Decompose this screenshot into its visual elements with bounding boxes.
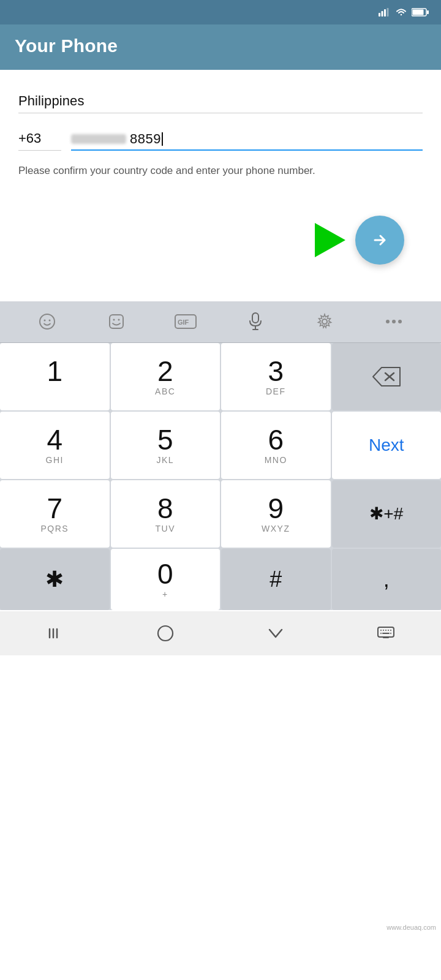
next-fab-button[interactable] bbox=[355, 216, 404, 265]
home-button[interactable] bbox=[147, 615, 184, 652]
numpad: 1 2 ABC 3 DEF 4 GHI 5 JKL 6 bbox=[0, 343, 441, 610]
back-icon bbox=[46, 624, 64, 643]
key-5[interactable]: 5 JKL bbox=[111, 412, 221, 479]
recent-icon bbox=[267, 627, 284, 639]
country-underline bbox=[18, 113, 423, 113]
key-1[interactable]: 1 bbox=[0, 343, 110, 410]
keyboard-toggle-button[interactable] bbox=[368, 615, 404, 652]
battery-icon bbox=[412, 8, 429, 17]
numpad-row-3: 7 PQRS 8 TUV 9 WXYZ ✱+# bbox=[0, 480, 441, 548]
svg-rect-27 bbox=[158, 626, 173, 641]
phone-input-wrapper[interactable]: 8859 bbox=[71, 131, 423, 151]
special-label: ✱+# bbox=[369, 503, 403, 524]
home-icon bbox=[157, 625, 174, 642]
phone-blurred-part bbox=[71, 134, 126, 144]
key-2[interactable]: 2 ABC bbox=[111, 343, 221, 410]
svg-point-7 bbox=[40, 314, 55, 329]
svg-text:GIF: GIF bbox=[178, 318, 189, 326]
key-next[interactable]: Next bbox=[332, 412, 442, 479]
svg-point-12 bbox=[118, 319, 119, 321]
svg-rect-2 bbox=[384, 9, 386, 17]
numpad-row-4: ✱ 0 + # , bbox=[0, 549, 441, 610]
key-star-plus-hash[interactable]: ✱+# bbox=[332, 480, 442, 548]
key-delete[interactable] bbox=[332, 343, 442, 410]
country-code[interactable]: +63 bbox=[18, 130, 61, 151]
main-content: Philippines +63 8859 Please confirm your… bbox=[0, 70, 441, 301]
svg-rect-5 bbox=[413, 10, 424, 15]
phone-row: +63 8859 bbox=[18, 130, 423, 151]
status-icons bbox=[379, 8, 429, 17]
header: Your Phone bbox=[0, 24, 441, 70]
gif-icon[interactable]: GIF bbox=[171, 307, 200, 336]
phone-visible-part: 8859 bbox=[130, 131, 161, 147]
key-star[interactable]: ✱ bbox=[0, 549, 110, 610]
svg-rect-0 bbox=[379, 13, 380, 17]
key-9[interactable]: 9 WXYZ bbox=[221, 480, 331, 548]
country-value[interactable]: Philippines bbox=[18, 88, 423, 113]
key-4[interactable]: 4 GHI bbox=[0, 412, 110, 479]
nav-bar bbox=[0, 611, 441, 655]
text-cursor bbox=[162, 132, 163, 146]
arrow-right-icon bbox=[369, 229, 391, 251]
fab-area bbox=[18, 179, 423, 301]
next-label: Next bbox=[369, 435, 404, 455]
svg-point-19 bbox=[386, 320, 390, 323]
arrow-pointer bbox=[315, 223, 345, 257]
numpad-row-1: 1 2 ABC 3 DEF bbox=[0, 343, 441, 410]
svg-rect-3 bbox=[387, 8, 389, 17]
svg-point-20 bbox=[392, 320, 396, 323]
svg-point-21 bbox=[398, 320, 402, 323]
wifi-icon bbox=[396, 8, 407, 17]
sticker-icon[interactable] bbox=[102, 307, 131, 336]
emoji-icon[interactable] bbox=[32, 307, 62, 336]
svg-point-18 bbox=[322, 319, 327, 324]
help-text: Please confirm your country code and ent… bbox=[18, 163, 423, 179]
svg-rect-28 bbox=[378, 627, 394, 637]
watermark: www.deuaq.com bbox=[386, 924, 436, 931]
svg-point-11 bbox=[113, 319, 115, 321]
key-0[interactable]: 0 + bbox=[111, 549, 221, 610]
country-field-group: Philippines bbox=[18, 88, 423, 113]
key-3[interactable]: 3 DEF bbox=[221, 343, 331, 410]
keyboard-toolbar: GIF bbox=[0, 301, 441, 343]
mic-icon[interactable] bbox=[241, 307, 270, 336]
key-7[interactable]: 7 PQRS bbox=[0, 480, 110, 548]
key-8[interactable]: 8 TUV bbox=[111, 480, 221, 548]
signal-icon bbox=[379, 8, 391, 17]
back-button[interactable] bbox=[37, 615, 74, 652]
svg-rect-1 bbox=[382, 11, 383, 17]
svg-rect-15 bbox=[252, 313, 258, 323]
page-title: Your Phone bbox=[15, 36, 426, 56]
keyboard-icon bbox=[377, 627, 394, 640]
settings-icon[interactable] bbox=[310, 307, 339, 336]
svg-point-8 bbox=[43, 320, 45, 322]
status-bar bbox=[0, 0, 441, 24]
more-icon[interactable] bbox=[379, 307, 409, 336]
key-comma[interactable]: , bbox=[332, 549, 442, 610]
recent-button[interactable] bbox=[257, 615, 294, 652]
key-hash[interactable]: # bbox=[221, 549, 331, 610]
svg-rect-6 bbox=[427, 10, 429, 14]
numpad-row-2: 4 GHI 5 JKL 6 MNO Next bbox=[0, 412, 441, 479]
backspace-icon bbox=[372, 366, 401, 387]
svg-rect-10 bbox=[110, 315, 123, 328]
key-6[interactable]: 6 MNO bbox=[221, 412, 331, 479]
svg-point-9 bbox=[48, 320, 50, 322]
